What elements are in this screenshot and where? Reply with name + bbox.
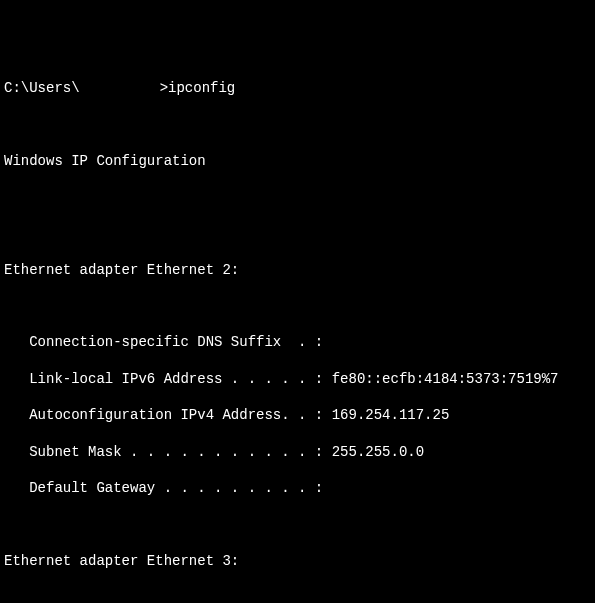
blank-line [4,188,591,206]
line-value: fe80::ecfb:4184:5373:7519%7 [332,371,559,387]
adapter-title: Ethernet adapter Ethernet 2: [4,261,591,279]
adapter-line: Connection-specific DNS Suffix . : [4,333,591,351]
line-label: Default Gateway . . . . . . . . . : [4,480,323,496]
header-line: Windows IP Configuration [4,152,591,170]
prompt-prefix: C:\Users\ [4,80,80,96]
prompt-line: C:\Users\ >ipconfig [4,79,591,97]
blank-line [4,515,591,533]
blank-line [4,588,591,603]
line-value: 255.255.0.0 [332,444,424,460]
adapter-line: Autoconfiguration IPv4 Address. . : 169.… [4,406,591,424]
prompt-command: ipconfig [168,80,235,96]
blank-line [4,224,591,242]
prompt-suffix: > [160,80,168,96]
line-label: Subnet Mask . . . . . . . . . . . : [4,444,323,460]
adapter-line: Subnet Mask . . . . . . . . . . . : 255.… [4,443,591,461]
adapter-line: Default Gateway . . . . . . . . . : [4,479,591,497]
line-value: 169.254.117.25 [332,407,450,423]
prompt-user-redacted [80,79,160,97]
line-label: Link-local IPv6 Address . . . . . : [4,371,323,387]
line-label: Connection-specific DNS Suffix . : [4,334,323,350]
adapter-title: Ethernet adapter Ethernet 3: [4,552,591,570]
blank-line [4,115,591,133]
adapter-line: Link-local IPv6 Address . . . . . : fe80… [4,370,591,388]
blank-line [4,297,591,315]
terminal-output: C:\Users\ >ipconfig Windows IP Configura… [4,79,591,603]
line-label: Autoconfiguration IPv4 Address. . : [4,407,323,423]
